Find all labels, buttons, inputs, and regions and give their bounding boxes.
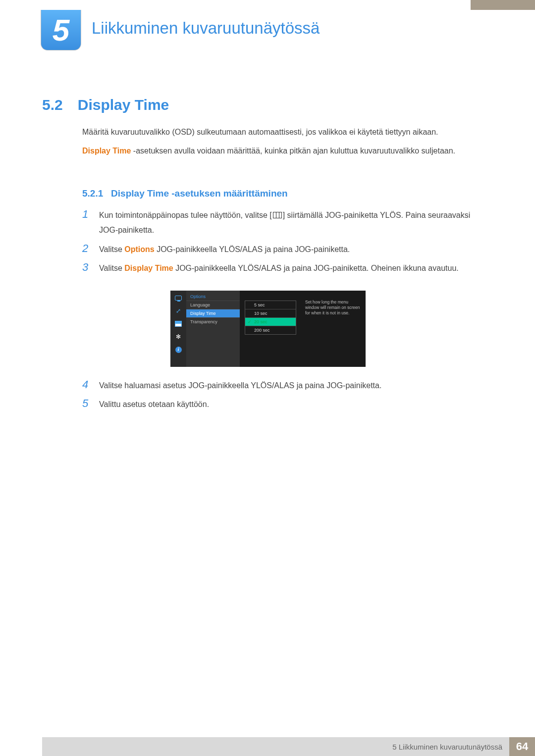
osd-options-column: 5 sec 10 sec 20 sec 200 sec [240,291,301,367]
chapter-title: Liikkuminen kuvaruutunäytössä [92,19,320,38]
osd-item-transparency: Transparency [186,317,240,326]
step-4-text: Valitse haluamasi asetus JOG-painikkeell… [99,378,490,393]
section-number: 5.2 [42,97,63,113]
osd-option-list: 5 sec 10 sec 20 sec 200 sec [245,301,296,335]
options-highlight: Options [124,245,154,253]
step-1-number: 1 [82,208,91,221]
osd-sidebar: ⤢ ✻ i [170,291,186,367]
step-3-number: 3 [82,261,91,274]
subsection-number: 5.2.1 [82,188,103,199]
osd-opt-5sec: 5 sec [245,301,296,309]
footer-text: 5 Liikkuminen kuvaruutunäytössä [392,743,509,751]
display-time-step-highlight: Display Time [124,264,173,272]
resize-icon: ⤢ [173,306,183,315]
osd-opt-200sec: 200 sec [245,326,296,334]
list-icon [173,319,183,328]
display-time-highlight: Display Time [82,147,131,155]
step-3: 3 Valitse Display Time JOG-painikkeella … [82,261,490,276]
intro-paragraph-2: Display Time -asetuksen avulla voidaan m… [82,145,490,157]
step-1-text: Kun toimintonäppäinopas tulee näyttöön, … [99,208,490,238]
step-2: 2 Valitse Options JOG-painikkeella YLÖS/… [82,242,490,257]
steps-upper: 1 Kun toimintonäppäinopas tulee näyttöön… [82,208,490,280]
subsection-heading: 5.2.1 Display Time -asetuksen määrittämi… [82,188,288,199]
osd-menu-column: Options Language Display Time Transparen… [186,291,240,367]
step-3-text: Valitse Display Time JOG-painikkeella YL… [99,261,490,276]
monitor-icon [173,294,183,302]
step-2-number: 2 [82,242,91,255]
step-4: 4 Valitse haluamasi asetus JOG-painikkee… [82,378,490,393]
intro-paragraph-1: Määritä kuvaruutuvalikko (OSD) sulkeutum… [82,126,490,139]
osd-opt-20sec: 20 sec [245,318,296,326]
osd-description: Set how long the menu window will remain… [301,291,366,367]
step-5: 5 Valittu asetus otetaan käyttöön. [82,397,490,412]
osd-screenshot: ⤢ ✻ i Options Language Display Time Tran… [170,291,366,367]
top-accent-bar [471,0,535,10]
footer: 5 Liikkuminen kuvaruutunäytössä 64 [42,737,535,756]
osd-item-display-time: Display Time [186,309,240,317]
chapter-number-badge: 5 [41,10,81,50]
step-2-text: Valitse Options JOG-painikkeella YLÖS/AL… [99,242,490,257]
menu-icon [273,212,282,218]
step-4-number: 4 [82,378,91,391]
page-number: 64 [509,737,535,756]
intro-paragraph-2-rest: -asetuksen avulla voidaan määrittää, kui… [131,147,455,155]
section-heading: 5.2 Display Time [42,97,169,113]
step-5-text: Valittu asetus otetaan käyttöön. [99,397,490,412]
info-icon: i [173,345,183,354]
step-5-number: 5 [82,397,91,410]
osd-menu-header: Options [186,293,240,301]
subsection-title: Display Time -asetuksen määrittäminen [111,188,288,199]
section-title: Display Time [78,97,169,113]
step-1: 1 Kun toimintonäppäinopas tulee näyttöön… [82,208,490,238]
osd-opt-10sec: 10 sec [245,309,296,318]
steps-lower: 4 Valitse haluamasi asetus JOG-painikkee… [82,378,490,416]
osd-item-language: Language [186,301,240,309]
gear-icon: ✻ [173,332,183,341]
